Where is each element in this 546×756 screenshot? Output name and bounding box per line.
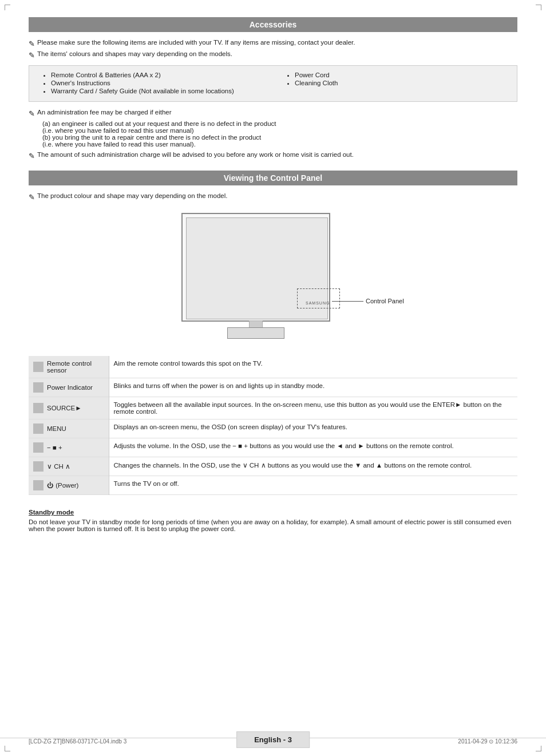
ctrl-icon-4: [33, 442, 43, 453]
corner-mark-br: [536, 746, 541, 751]
tv-stand: [227, 327, 284, 339]
note-icon-5: ✎: [29, 193, 35, 201]
ctrl-icon-3: [33, 423, 43, 434]
ctrl-desc-1: Blinks and turns off when the power is o…: [109, 378, 517, 397]
accessories-note2: ✎ The items' colours and shapes may vary…: [29, 50, 517, 60]
accessories-note1: ✎ Please make sure the following items a…: [29, 39, 517, 48]
tv-diagram-container: SAMSUNG Control Panel: [29, 213, 517, 339]
ctrl-icon-0: [33, 362, 43, 372]
ctrl-name-1: Power Indicator: [47, 384, 93, 391]
ctrl-desc-4: Adjusts the volume. In the OSD, use the …: [109, 438, 517, 457]
control-panel-label: Control Panel: [366, 298, 404, 304]
ctrl-desc-0: Aim the remote control towards this spot…: [109, 356, 517, 378]
note-icon-1: ✎: [29, 39, 35, 48]
note-icon-3: ✎: [29, 109, 35, 118]
controls-row: Remote control sensor Aim the remote con…: [29, 356, 517, 378]
footer-right: 2011-04-29 ⊙ 10:12:36: [458, 738, 517, 745]
accessories-col-1: Remote Control & Batteries (AAA x 2) Own…: [41, 72, 262, 96]
corner-mark-tl: [5, 5, 10, 10]
ctrl-desc-5: Changes the channels. In the OSD, use th…: [109, 457, 517, 476]
acc-item-1: Remote Control & Batteries (AAA x 2): [51, 72, 262, 78]
standby-section: Standby mode Do not leave your TV in sta…: [29, 509, 517, 532]
ctrl-desc-3: Displays an on-screen menu, the OSD (on …: [109, 419, 517, 438]
english-badge: English - 3: [236, 731, 310, 748]
acc-item-3: Warranty Card / Safety Guide (Not availa…: [51, 88, 262, 94]
corner-mark-bl: [5, 746, 10, 751]
ctrl-name-4: − ■ +: [47, 444, 62, 451]
footer-left: [LCD-ZG ZT]BN68-03717C-L04.indb 3: [29, 738, 126, 745]
ctrl-name-3: MENU: [47, 425, 66, 432]
ctrl-desc-6: Turns the TV on or off.: [109, 476, 517, 495]
admin-line-2: (i.e. where you have failed to read this…: [29, 127, 517, 134]
ctrl-desc-2: Toggles between all the available input …: [109, 397, 517, 419]
admin-line-1: (a) an engineer is called out at your re…: [29, 120, 517, 127]
tv-screen-outer: SAMSUNG: [181, 213, 330, 322]
controls-row: ⏻ (Power) Turns the TV on or off.: [29, 476, 517, 495]
control-panel-section-title: Viewing the Control Panel: [29, 171, 517, 185]
connector-line: [332, 301, 363, 302]
controls-row: MENU Displays an on-screen menu, the OSD…: [29, 419, 517, 438]
ctrl-name-6: ⏻ (Power): [47, 482, 78, 489]
controls-table: Remote control sensor Aim the remote con…: [29, 356, 517, 495]
ctrl-icon-1: [33, 382, 43, 393]
ctrl-icon-2: [33, 403, 43, 413]
accessories-section-title: Accessories: [29, 17, 517, 32]
english-badge-container: English - 3: [236, 731, 310, 748]
standby-title: Standby mode: [29, 509, 517, 516]
standby-text: Do not leave your TV in standby mode for…: [29, 518, 517, 532]
controls-row: SOURCE► Toggles between all the availabl…: [29, 397, 517, 419]
accessories-box: Remote Control & Batteries (AAA x 2) Own…: [29, 65, 517, 102]
control-panel-note: ✎ The product colour and shape may vary …: [29, 192, 517, 201]
acc-item-2: Owner's Instructions: [51, 80, 262, 86]
ctrl-name-5: ∨ CH ∧: [47, 462, 70, 470]
control-panel-label-area: Control Panel: [332, 298, 404, 304]
controls-row: − ■ + Adjusts the volume. In the OSD, us…: [29, 438, 517, 457]
corner-mark-tr: [536, 5, 541, 10]
controls-row: Power Indicator Blinks and turns off whe…: [29, 378, 517, 397]
controls-row: ∨ CH ∧ Changes the channels. In the OSD,…: [29, 457, 517, 476]
note-icon-2: ✎: [29, 51, 35, 60]
ctrl-icon-6: [33, 480, 43, 490]
admin-line-3: (b) you bring the unit to a repair centr…: [29, 134, 517, 141]
ctrl-icon-5: [33, 461, 43, 472]
admin-block: ✎ An administration fee may be charged i…: [29, 109, 517, 160]
note-icon-4: ✎: [29, 152, 35, 160]
ctrl-name-0: Remote control sensor: [47, 360, 104, 374]
ctrl-name-2: SOURCE►: [47, 405, 82, 411]
accessories-col-2: Power Cord Cleaning Cloth: [284, 72, 505, 96]
acc-item-4: Power Cord: [295, 72, 505, 78]
admin-line-4: (i.e. where you have failed to read this…: [29, 141, 517, 148]
tv-diagram: SAMSUNG: [181, 213, 365, 339]
acc-item-5: Cleaning Cloth: [295, 80, 505, 86]
